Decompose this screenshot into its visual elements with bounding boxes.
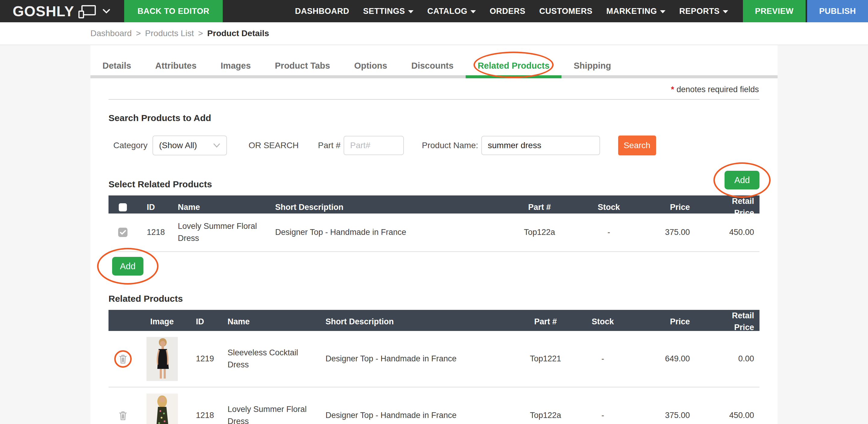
- search-section-title: Search Products to Add: [108, 113, 760, 123]
- caret-down-icon: [470, 10, 476, 13]
- col-part: Part #: [518, 316, 572, 328]
- cell-short-description: Designer Top - Handmade in France: [326, 410, 518, 421]
- publish-button[interactable]: PUBLISH: [807, 0, 868, 22]
- col-stock: Stock: [572, 316, 633, 328]
- delete-cell: [108, 410, 137, 421]
- breadcrumb-separator: >: [136, 29, 141, 38]
- back-to-editor-button[interactable]: BACK TO EDITOR: [124, 0, 223, 22]
- breadcrumb-products-list[interactable]: Products List: [145, 29, 194, 38]
- cell-stock: -: [572, 353, 633, 365]
- tab-related-products[interactable]: Related Products: [466, 56, 562, 75]
- tab-attributes[interactable]: Attributes: [143, 56, 209, 75]
- row-checkbox-checked[interactable]: [118, 228, 127, 237]
- cell-part: Top122a: [502, 226, 577, 238]
- nav-menu: DASHBOARD SETTINGS CATALOG ORDERS CUSTOM…: [295, 0, 728, 22]
- col-stock: Stock: [577, 201, 641, 213]
- add-selected-button[interactable]: Add: [724, 171, 760, 189]
- add-selected-button-bottom[interactable]: Add: [112, 257, 144, 275]
- nav-item-dashboard[interactable]: DASHBOARD: [295, 7, 349, 16]
- related-products-title: Related Products: [108, 294, 760, 304]
- cell-short-description: Designer Top - Handmade in France: [326, 353, 518, 365]
- or-search-label: OR SEARCH: [249, 141, 299, 150]
- tab-images[interactable]: Images: [209, 56, 263, 75]
- nav-item-reports[interactable]: REPORTS: [679, 7, 728, 16]
- caret-down-icon: [408, 10, 413, 13]
- chevron-down-icon: [213, 143, 220, 148]
- select-related-table: ID Name Short Description Part # Stock P…: [108, 195, 760, 252]
- cell-id: 1218: [137, 226, 173, 238]
- nav-item-settings[interactable]: SETTINGS: [363, 7, 413, 16]
- search-form-row: Category (Show All) OR SEARCH Part # Pro…: [108, 135, 760, 156]
- nav-item-customers[interactable]: CUSTOMERS: [539, 7, 592, 16]
- cell-retail-price: 450.00: [710, 410, 760, 421]
- add-lower-area: Add: [112, 257, 778, 275]
- cell-name: Sleeveless Cocktail Dress: [227, 347, 326, 370]
- nav-item-orders[interactable]: ORDERS: [490, 7, 526, 16]
- product-tabs-strip: Details Attributes Images Product Tabs O…: [90, 45, 778, 78]
- preview-button[interactable]: PREVIEW: [743, 0, 806, 22]
- devices-icon: [79, 4, 97, 19]
- search-button[interactable]: Search: [618, 135, 656, 155]
- trash-icon[interactable]: [119, 410, 127, 421]
- logo-area[interactable]: GOSHLY: [0, 0, 110, 22]
- category-select[interactable]: (Show All): [153, 135, 227, 155]
- col-part: Part #: [502, 201, 577, 213]
- caret-down-icon: [723, 10, 728, 13]
- cell-price: 375.00: [641, 226, 710, 238]
- cell-stock: -: [577, 226, 641, 238]
- add-top-wrap: Add: [724, 171, 760, 189]
- col-name: Name: [173, 201, 270, 213]
- tab-shipping[interactable]: Shipping: [561, 56, 623, 75]
- part-number-label: Part #: [318, 141, 341, 150]
- cell-name: Lovely Summer Floral Dress: [227, 403, 326, 424]
- cell-name: Lovely Summer Floral Dress: [173, 221, 270, 244]
- breadcrumb-current: Product Details: [207, 29, 269, 38]
- related-products-table: Image ID Name Short Description Part # S…: [108, 310, 760, 424]
- tab-underline-bar: [90, 75, 778, 78]
- col-retail-price: Retail Price: [710, 310, 760, 333]
- cell-part: Top122a: [518, 410, 572, 421]
- table-header: ID Name Short Description Part # Stock P…: [108, 195, 760, 214]
- select-related-header-row: Select Related Products Add: [108, 171, 760, 189]
- col-image: Image: [137, 316, 187, 328]
- trash-icon[interactable]: [119, 354, 127, 364]
- select-all-checkbox[interactable]: [119, 203, 127, 211]
- part-number-input[interactable]: [344, 136, 404, 155]
- col-id: ID: [187, 316, 227, 328]
- chevron-down-icon[interactable]: [102, 8, 110, 14]
- nav-item-marketing[interactable]: MARKETING: [607, 7, 665, 16]
- product-image: [137, 337, 187, 381]
- table-row: 1219 Sleeveless Cocktail Dress Designer …: [108, 331, 760, 388]
- col-name: Name: [227, 316, 326, 328]
- cell-retail-price: 0.00: [710, 353, 760, 365]
- cell-part: Top1221: [518, 353, 572, 365]
- cell-stock: -: [572, 410, 633, 421]
- tab-details[interactable]: Details: [90, 56, 143, 75]
- col-price: Price: [633, 316, 710, 328]
- breadcrumb: Dashboard > Products List > Product Deta…: [0, 22, 868, 45]
- tab-product-tabs[interactable]: Product Tabs: [263, 56, 342, 75]
- nav-actions: PREVIEW PUBLISH: [743, 0, 868, 22]
- required-asterisk: *: [671, 85, 674, 94]
- cell-price: 375.00: [633, 410, 710, 421]
- col-short-description: Short Description: [326, 316, 518, 328]
- tab-discounts[interactable]: Discounts: [399, 56, 466, 75]
- delete-cell: [108, 354, 137, 364]
- product-name-input[interactable]: [481, 136, 600, 155]
- cell-id: 1218: [187, 410, 227, 421]
- product-image: [137, 394, 187, 424]
- category-label: Category: [113, 141, 148, 150]
- required-fields-note: *denotes required fields: [108, 78, 760, 100]
- cell-retail-price: 450.00: [710, 226, 760, 238]
- breadcrumb-separator: >: [198, 29, 203, 38]
- tab-options[interactable]: Options: [342, 56, 399, 75]
- select-related-title: Select Related Products: [108, 179, 212, 189]
- cell-short-description: Designer Top - Handmade in France: [270, 226, 502, 238]
- logo-text: GOSHLY: [13, 3, 74, 20]
- nav-item-catalog[interactable]: CATALOG: [427, 7, 476, 16]
- caret-down-icon: [660, 10, 665, 13]
- breadcrumb-dashboard[interactable]: Dashboard: [90, 29, 132, 38]
- col-short-description: Short Description: [270, 201, 502, 213]
- cell-id: 1219: [187, 353, 227, 365]
- table-header: Image ID Name Short Description Part # S…: [108, 310, 760, 331]
